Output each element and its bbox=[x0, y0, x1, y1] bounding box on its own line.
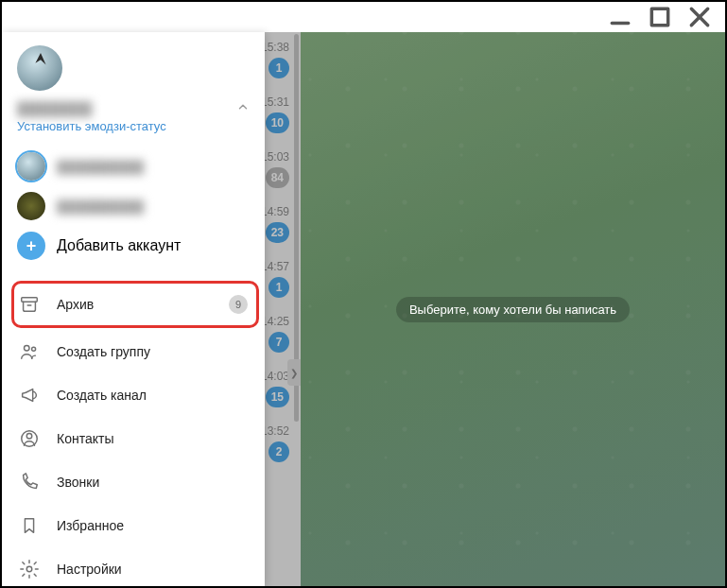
menu-label: Звонки bbox=[57, 475, 99, 490]
chat-time: 15:03 bbox=[261, 150, 289, 164]
chat-time: 14:59 bbox=[261, 205, 289, 218]
unread-badge: 84 bbox=[266, 167, 289, 188]
chat-time: 14:57 bbox=[261, 260, 289, 273]
unread-badge: 2 bbox=[268, 441, 289, 462]
group-icon bbox=[19, 341, 40, 362]
account-item[interactable]: ██████████ bbox=[2, 147, 265, 186]
empty-chat-area: Выберите, кому хотели бы написать bbox=[301, 32, 725, 586]
menu-label: Настройки bbox=[57, 562, 122, 577]
chat-time: 14:03 bbox=[261, 370, 289, 383]
unread-badge: 23 bbox=[266, 222, 289, 243]
close-button[interactable] bbox=[687, 5, 712, 29]
bookmark-icon bbox=[19, 515, 40, 536]
svg-rect-4 bbox=[22, 298, 38, 303]
chat-time: 14:25 bbox=[261, 315, 289, 328]
expand-handle[interactable]: ❯ bbox=[287, 359, 301, 386]
account-name: ██████████ bbox=[57, 199, 144, 214]
add-account-item[interactable]: + Добавить аккаунт bbox=[2, 226, 265, 266]
svg-point-6 bbox=[25, 346, 30, 352]
svg-rect-1 bbox=[651, 9, 667, 25]
set-emoji-status-link[interactable]: Установить эмодзи-статус bbox=[17, 119, 250, 133]
chat-time: 13:52 bbox=[261, 424, 289, 438]
chat-time: 15:31 bbox=[261, 95, 289, 109]
menu-label: Создать канал bbox=[57, 388, 147, 403]
minimize-button[interactable] bbox=[608, 5, 632, 29]
highlight-annotation bbox=[11, 281, 259, 328]
menu-label: Создать группу bbox=[57, 344, 150, 359]
unread-badge: 1 bbox=[268, 58, 289, 78]
titlebar bbox=[2, 2, 725, 32]
menu-label: Избранное bbox=[57, 518, 124, 533]
main-menu: ████████ Установить эмодзи-статус ██████… bbox=[2, 32, 265, 586]
menu-contacts[interactable]: Контакты bbox=[2, 417, 265, 460]
menu-new-channel[interactable]: Создать канал bbox=[2, 373, 265, 417]
unread-badge: 1 bbox=[268, 277, 289, 298]
account-avatar bbox=[17, 192, 45, 220]
app-window: 15:38115:311015:038414:592314:57114:2571… bbox=[0, 0, 727, 588]
menu-label: Контакты bbox=[57, 431, 113, 446]
menu-saved[interactable]: Избранное bbox=[2, 504, 265, 547]
add-account-label: Добавить аккаунт bbox=[57, 237, 181, 254]
contacts-icon bbox=[19, 428, 40, 449]
account-avatar bbox=[17, 152, 45, 181]
plus-icon: + bbox=[17, 232, 45, 260]
maximize-button[interactable] bbox=[648, 5, 672, 29]
chat-time: 15:38 bbox=[261, 41, 289, 54]
menu-label: Архив bbox=[57, 297, 94, 312]
chevron-up-icon[interactable] bbox=[236, 100, 250, 117]
avatar[interactable] bbox=[17, 45, 62, 91]
archive-count: 9 bbox=[229, 295, 248, 314]
archive-icon bbox=[19, 294, 40, 315]
unread-badge: 10 bbox=[266, 112, 289, 133]
megaphone-icon bbox=[19, 385, 40, 406]
unread-badge: 7 bbox=[268, 332, 289, 353]
menu-settings[interactable]: Настройки bbox=[2, 547, 265, 588]
accounts-section: ██████████ ██████████ + Добавить аккаунт bbox=[2, 141, 265, 271]
svg-point-7 bbox=[32, 347, 36, 351]
empty-message: Выберите, кому хотели бы написать bbox=[396, 297, 630, 322]
menu-archive[interactable]: Архив 9 bbox=[2, 279, 265, 330]
menu-new-group[interactable]: Создать группу bbox=[2, 330, 265, 373]
unread-badge: 15 bbox=[266, 387, 289, 407]
account-item[interactable]: ██████████ bbox=[2, 186, 265, 226]
username: ████████ bbox=[17, 101, 92, 116]
svg-point-10 bbox=[26, 566, 32, 572]
svg-point-8 bbox=[26, 434, 32, 440]
menu-calls[interactable]: Звонки bbox=[2, 460, 265, 504]
gear-icon bbox=[19, 559, 40, 579]
account-name: ██████████ bbox=[57, 160, 144, 174]
phone-icon bbox=[19, 472, 40, 493]
